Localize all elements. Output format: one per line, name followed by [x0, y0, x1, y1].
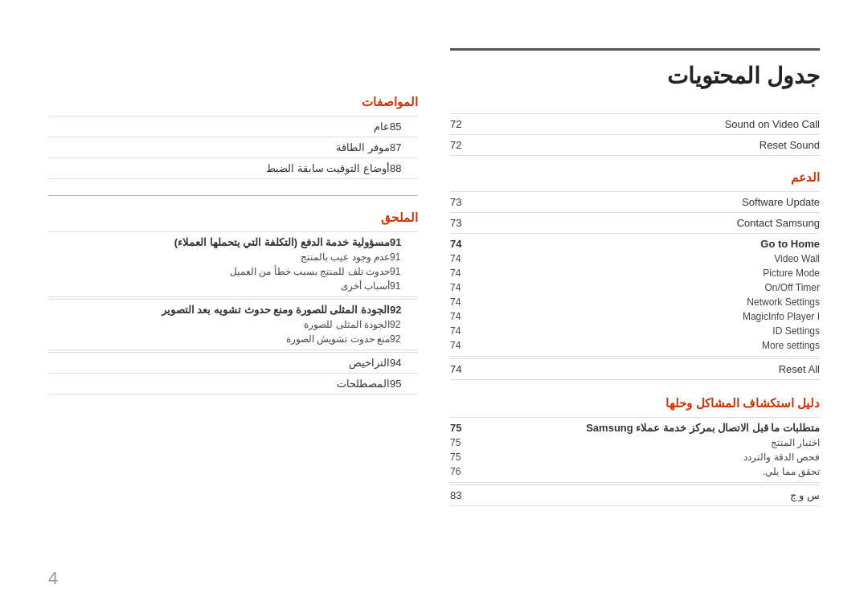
- toc-sub-row: 92 منع حدوث تشويش الصورة: [48, 332, 418, 346]
- toc-sub-row: 91 أسباب أخرى: [48, 279, 418, 293]
- toc-text: عدم وجود عيب بالمنتج: [48, 251, 390, 263]
- heading-support: الدعم: [450, 170, 820, 185]
- toc-text: More settings: [478, 340, 820, 351]
- toc-num: 87: [390, 141, 418, 153]
- toc-text: MagicInfo Player I: [478, 311, 820, 322]
- toc-num: 74: [450, 363, 478, 375]
- toc-text-qa: س و ج: [478, 489, 820, 501]
- heading-troubleshoot: دليل استكشاف المشاكل وحلها: [450, 396, 820, 411]
- toc-text-contact-samsung: Contact Samsung: [478, 217, 820, 229]
- toc-text: حدوث تلف للمنتج بسبب خطأ من العميل: [48, 266, 390, 277]
- toc-text-reset-all: Reset All: [478, 363, 820, 375]
- toc-text: المصطلحات: [48, 378, 390, 390]
- toc-num: 76: [450, 466, 478, 477]
- toc-num: 95: [390, 378, 418, 390]
- page-container: المواصفات 85 عام 87 موفر الطاقة 88 أوضاع…: [0, 0, 868, 613]
- toc-sub-row: 74 On/Off Timer: [450, 280, 820, 295]
- toc-num: 73: [450, 196, 478, 208]
- toc-group-header: 75 متطلبات ما قبل الاتصال بمركز خدمة عمل…: [450, 417, 820, 435]
- toc-group-subs: 91 عدم وجود عيب بالمنتج 91 حدوث تلف للمن…: [48, 250, 418, 297]
- toc-row: 72 Reset Sound: [450, 134, 820, 156]
- toc-sub-row: 74 MagicInfo Player I: [450, 309, 820, 324]
- toc-row: 85 عام: [48, 116, 418, 137]
- toc-row: 94 التراخيص: [48, 352, 418, 373]
- toc-row: 95 المصطلحات: [48, 373, 418, 394]
- toc-sub-row: 74 Picture Mode: [450, 266, 820, 280]
- toc-sub-row: 74 ID Settings: [450, 324, 820, 338]
- section-mawasafat: المواصفات 85 عام 87 موفر الطاقة 88 أوضاع…: [48, 95, 418, 179]
- toc-group-subs: 74 Video Wall 74 Picture Mode 74 On/Off …: [450, 251, 820, 357]
- toc-group-subs: 92 الجودة المثلى للصورة 92 منع حدوث تشوي…: [48, 317, 418, 350]
- toc-group-requirements: 75 متطلبات ما قبل الاتصال بمركز خدمة عمل…: [450, 417, 820, 483]
- toc-sub-row: 75 اختبار المنتج: [450, 435, 820, 450]
- toc-num: 91: [390, 266, 418, 277]
- toc-num: 94: [390, 357, 418, 369]
- toc-text: اختبار المنتج: [478, 437, 820, 448]
- toc-num: 85: [390, 121, 418, 133]
- toc-sub-row: 74 Network Settings: [450, 295, 820, 309]
- toc-row: 72 Sound on Video Call: [450, 113, 820, 134]
- toc-num: 92: [390, 319, 418, 330]
- toc-sub-row: 91 عدم وجود عيب بالمنتج: [48, 250, 418, 264]
- toc-text: Network Settings: [478, 296, 820, 308]
- heading-mulhaq: الملحق: [48, 210, 418, 225]
- toc-text: عام: [48, 121, 390, 133]
- toc-sub-row: 75 فحص الدقة والتردد: [450, 450, 820, 464]
- divider: [48, 195, 418, 196]
- toc-text: منع حدوث تشويش الصورة: [48, 333, 390, 345]
- toc-num: 72: [450, 139, 478, 151]
- toc-sub-row: 91 حدوث تلف للمنتج بسبب خطأ من العميل: [48, 264, 418, 279]
- toc-text-reset-sound: Reset Sound: [478, 139, 820, 151]
- toc-group-subs: 75 اختبار المنتج 75 فحص الدقة والتردد 76…: [450, 435, 820, 483]
- toc-sub-row: 92 الجودة المثلى للصورة: [48, 317, 418, 332]
- toc-sub-row: 74 More settings: [450, 338, 820, 353]
- toc-row: 73 Contact Samsung: [450, 212, 820, 233]
- page-title: جدول المحتويات: [450, 48, 820, 89]
- toc-text: تحقق مما يلي.: [478, 466, 820, 477]
- toc-text: الجودة المثلى للصورة: [48, 319, 390, 330]
- toc-sub-row: 76 تحقق مما يلي.: [450, 464, 820, 479]
- toc-sub-row: 74 Video Wall: [450, 251, 820, 266]
- toc-text: مسؤولية خدمة الدفع (التكلفة التي يتحملها…: [48, 236, 390, 248]
- toc-text: Picture Mode: [478, 268, 820, 279]
- toc-row: 83 س و ج: [450, 484, 820, 506]
- toc-num: 74: [450, 296, 478, 308]
- toc-group-header: 91 مسؤولية خدمة الدفع (التكلفة التي يتحم…: [48, 231, 418, 250]
- toc-num: 83: [450, 489, 478, 501]
- toc-text: Go to Home: [478, 238, 820, 250]
- toc-num: 74: [450, 238, 478, 250]
- toc-row: 87 موفر الطاقة: [48, 137, 418, 157]
- top-rows: 72 Sound on Video Call 72 Reset Sound: [450, 113, 820, 156]
- left-column: المواصفات 85 عام 87 موفر الطاقة 88 أوضاع…: [48, 32, 418, 581]
- toc-num: 74: [450, 282, 478, 293]
- toc-num: 91: [390, 280, 418, 292]
- toc-text: موفر الطاقة: [48, 141, 390, 153]
- toc-num: 74: [450, 268, 478, 279]
- toc-text: ID Settings: [478, 325, 820, 337]
- toc-group-header: 92 الجودة المثلى للصورة ومنع حدوث تشويه …: [48, 299, 418, 317]
- toc-text: On/Off Timer: [478, 282, 820, 293]
- toc-text: متطلبات ما قبل الاتصال بمركز خدمة عملاء …: [478, 422, 820, 434]
- toc-group-go-to-home: 74 Go to Home 74 Video Wall 74 Picture M…: [450, 233, 820, 357]
- section-troubleshoot: دليل استكشاف المشاكل وحلها 75 متطلبات ما…: [450, 396, 820, 506]
- toc-num: 74: [450, 253, 478, 264]
- toc-num: 74: [450, 325, 478, 337]
- section-mulhaq: الملحق 91 مسؤولية خدمة الدفع (التكلفة ال…: [48, 210, 418, 394]
- toc-group: 92 الجودة المثلى للصورة ومنع حدوث تشويه …: [48, 299, 418, 350]
- toc-group-header: 74 Go to Home: [450, 233, 820, 251]
- toc-text: فحص الدقة والتردد: [478, 452, 820, 463]
- toc-num: 75: [450, 452, 478, 463]
- toc-group: 91 مسؤولية خدمة الدفع (التكلفة التي يتحم…: [48, 231, 418, 297]
- toc-text: أوضاع التوقيت سابقة الضبط: [48, 162, 390, 174]
- heading-mawasafat: المواصفات: [48, 95, 418, 109]
- toc-text-software-update: Software Update: [478, 196, 820, 208]
- toc-num: 91: [390, 251, 418, 263]
- toc-text-sound-on-video-call: Sound on Video Call: [478, 118, 820, 130]
- toc-num: 92: [390, 333, 418, 345]
- toc-num: 75: [450, 437, 478, 448]
- toc-num: 74: [450, 340, 478, 351]
- toc-text: التراخيص: [48, 357, 390, 369]
- toc-row: 74 Reset All: [450, 358, 820, 380]
- toc-num: 92: [390, 304, 418, 316]
- toc-num: 73: [450, 217, 478, 229]
